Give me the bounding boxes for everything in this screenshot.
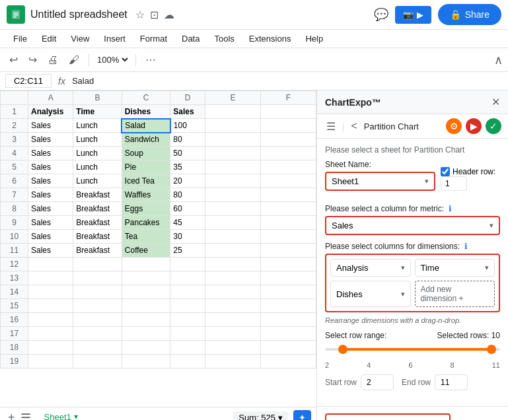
star-icon[interactable]: ☆ (135, 9, 145, 21)
undo-button[interactable]: ↩ (5, 51, 22, 69)
cell[interactable]: Sandwich (122, 133, 170, 147)
cell[interactable]: Pie (122, 160, 170, 174)
start-row-input[interactable] (361, 374, 394, 390)
range-thumb-left[interactable] (338, 345, 347, 354)
table-row[interactable]: 19 (1, 355, 316, 368)
cell[interactable] (205, 105, 260, 119)
cell[interactable]: Sales (170, 105, 205, 119)
menu-file[interactable]: File (7, 31, 34, 46)
cell[interactable]: Dishes (122, 105, 170, 119)
cell[interactable] (205, 355, 260, 368)
cell[interactable] (205, 341, 260, 355)
table-row[interactable]: 17 (1, 327, 316, 341)
cell[interactable] (260, 355, 316, 368)
table-row[interactable]: 1AnalysisTimeDishesSales (1, 105, 316, 119)
cell[interactable] (170, 258, 205, 271)
cell[interactable] (122, 341, 170, 355)
cell[interactable] (260, 230, 316, 244)
cell[interactable] (205, 216, 260, 230)
dimension-time-dropdown[interactable]: Time ▾ (415, 259, 495, 277)
cell[interactable] (122, 327, 170, 341)
cell[interactable] (28, 327, 73, 341)
cell[interactable] (205, 174, 260, 188)
cell[interactable]: Lunch (73, 160, 122, 174)
table-wrapper[interactable]: A B C D E F 1AnalysisTimeDishesSales2Sal… (0, 90, 316, 407)
cell[interactable] (260, 271, 316, 285)
cell[interactable]: Sales (28, 188, 73, 202)
cell[interactable] (73, 258, 122, 271)
cell[interactable] (73, 299, 122, 313)
cell[interactable]: Lunch (73, 174, 122, 188)
cell[interactable]: Breakfast (73, 244, 122, 258)
share-button[interactable]: 🔒 Share (438, 4, 501, 25)
table-row[interactable]: 9SalesBreakfastPancakes45 (1, 216, 316, 230)
cell[interactable] (260, 147, 316, 160)
cell[interactable]: Lunch (73, 119, 122, 133)
table-row[interactable]: 10SalesBreakfastTea30 (1, 230, 316, 244)
menu-help[interactable]: Help (299, 31, 330, 46)
end-row-input[interactable] (435, 374, 468, 390)
cell[interactable] (28, 285, 73, 299)
cell[interactable] (73, 355, 122, 368)
check-icon[interactable]: ✓ (486, 118, 501, 134)
menu-view[interactable]: View (64, 31, 96, 46)
cell[interactable] (260, 285, 316, 299)
cell[interactable]: Sales (28, 147, 73, 160)
table-row[interactable]: 16 (1, 313, 316, 327)
table-row[interactable]: 13 (1, 271, 316, 285)
create-chart-button[interactable]: Create Chart (325, 413, 451, 420)
cell[interactable] (170, 341, 205, 355)
cell[interactable] (170, 355, 205, 368)
menu-data[interactable]: Data (175, 31, 206, 46)
cell[interactable] (122, 271, 170, 285)
sheet-tab-list-button[interactable]: ☰ (18, 408, 34, 421)
menu-format[interactable]: Format (133, 31, 174, 46)
more-button[interactable]: ⋯ (141, 51, 160, 69)
panel-close-button[interactable]: ✕ (491, 96, 500, 108)
metric-dropdown[interactable]: Sales ▾ (325, 216, 500, 235)
cell[interactable] (260, 119, 316, 133)
cell[interactable]: 30 (170, 230, 205, 244)
cell[interactable] (205, 271, 260, 285)
cell[interactable] (260, 258, 316, 271)
dimension-analysis-dropdown[interactable]: Analysis ▾ (330, 259, 411, 277)
table-row[interactable]: 2SalesLunchSalad100 (1, 119, 316, 133)
cell[interactable] (205, 299, 260, 313)
add-sheet-button[interactable]: + (5, 408, 18, 420)
cell[interactable]: 80 (170, 188, 205, 202)
cell[interactable] (170, 271, 205, 285)
cell[interactable] (260, 299, 316, 313)
cloud-icon[interactable]: ☁ (164, 9, 174, 21)
cell[interactable] (205, 313, 260, 327)
cell[interactable]: Breakfast (73, 202, 122, 216)
toolbar-collapse[interactable]: ∧ (494, 53, 503, 67)
cell[interactable]: Soup (122, 147, 170, 160)
cell[interactable] (73, 327, 122, 341)
cell[interactable] (205, 147, 260, 160)
header-row-input[interactable] (441, 176, 467, 191)
cell[interactable]: Sales (28, 160, 73, 174)
cell[interactable]: Eggs (122, 202, 170, 216)
menu-tools[interactable]: Tools (207, 31, 240, 46)
cell[interactable] (28, 258, 73, 271)
cell[interactable] (28, 313, 73, 327)
cell[interactable] (28, 355, 73, 368)
cell[interactable]: Sales (28, 202, 73, 216)
cell[interactable]: 100 (170, 119, 205, 133)
comment-icon[interactable]: 💬 (374, 7, 388, 22)
cell[interactable] (170, 285, 205, 299)
cell[interactable]: Sales (28, 216, 73, 230)
add-dimension-button[interactable]: Add new dimension + (415, 281, 495, 307)
cell[interactable]: 25 (170, 244, 205, 258)
nav-back-button[interactable]: < (348, 119, 359, 133)
header-row-checkbox[interactable] (441, 167, 450, 176)
cell[interactable] (73, 341, 122, 355)
table-row[interactable]: 18 (1, 341, 316, 355)
cell[interactable] (28, 341, 73, 355)
sheet-tab-sheet1[interactable]: Sheet1 ▾ (34, 409, 89, 421)
settings-icon[interactable]: ⚙ (446, 118, 462, 134)
cell[interactable]: Pancakes (122, 216, 170, 230)
youtube-icon[interactable]: ▶ (466, 118, 482, 134)
sheet-name-dropdown[interactable]: Sheet1 ▾ (325, 172, 435, 191)
range-slider[interactable] (325, 343, 500, 356)
